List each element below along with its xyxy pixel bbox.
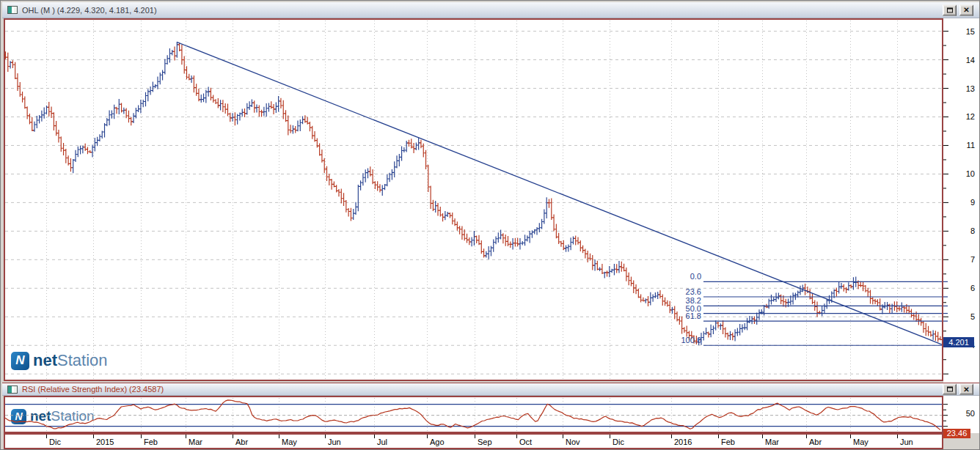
netstation-logo: N netStation (11, 351, 108, 370)
logo-text-net: net (33, 351, 57, 369)
netstation-logo-rsi: N netStation (11, 408, 95, 424)
last-price-label: 4.201 (943, 337, 974, 347)
netstation-logo-icon: N (11, 352, 29, 370)
rsi-pane-titlebar[interactable]: RSI (Relative Strength Index) (23.4587) … (2, 383, 979, 396)
chart-pane-icon (7, 386, 18, 394)
logo-text-station: Station (51, 408, 95, 424)
maximize-button[interactable] (943, 384, 957, 395)
ohl-pane-titlebar[interactable]: OHL (M ) (4.229, 4.320, 4.181, 4.201) ✕ (2, 2, 979, 18)
maximize-icon (947, 7, 953, 12)
logo-text-net: net (30, 408, 51, 424)
logo-text-station: Station (57, 351, 108, 369)
maximize-button[interactable] (943, 4, 957, 15)
close-button[interactable]: ✕ (959, 4, 973, 15)
maximize-icon (947, 387, 953, 392)
rsi-pane-title: RSI (Relative Strength Index) (23.4587) (22, 385, 164, 394)
netstation-logo-icon: N (11, 409, 26, 424)
time-axis[interactable] (4, 433, 943, 449)
netstation-window: N netStation N netStation 15141312111098… (0, 0, 980, 450)
rsi-50-label: 50 (959, 409, 975, 418)
price-axis[interactable] (943, 18, 979, 433)
chart-pane-icon (7, 6, 18, 14)
rsi-chart-plot[interactable] (4, 396, 943, 433)
ohl-chart-plot[interactable] (4, 18, 943, 381)
close-button[interactable]: ✕ (959, 384, 973, 395)
ohl-pane-title: OHL (M ) (4.229, 4.320, 4.181, 4.201) (22, 6, 157, 15)
rsi-value-label: 23.46 (943, 429, 970, 438)
